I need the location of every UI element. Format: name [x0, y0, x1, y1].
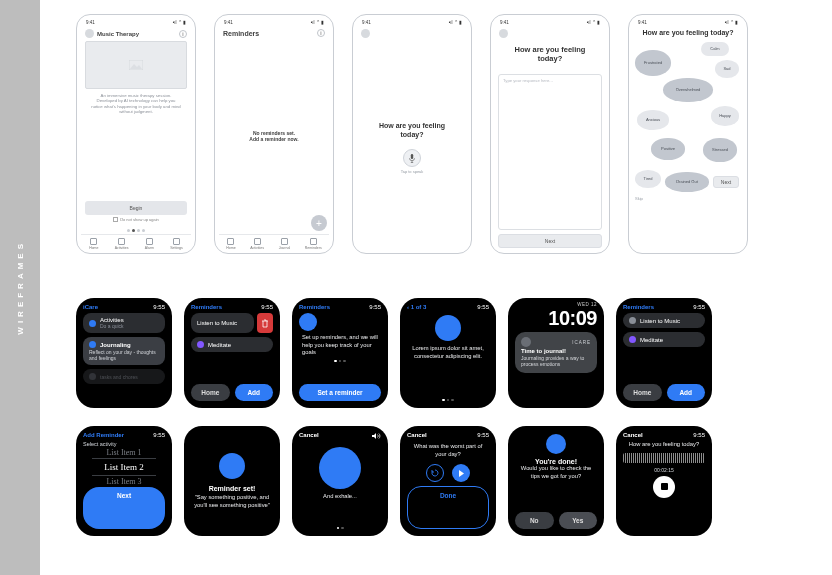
info-icon[interactable]: i — [179, 30, 187, 38]
timer-text: 00:02:15 — [623, 467, 705, 473]
mic-button[interactable] — [403, 149, 421, 167]
phone-row: 9:41•ıl ⌃ ▮ Music Therapy i An immersive… — [76, 14, 796, 254]
clock-time: 9:55 — [153, 304, 165, 310]
list-item-music[interactable]: Listen to Music — [191, 313, 254, 333]
back-icon[interactable] — [361, 29, 370, 38]
phone-reminders-empty: 9:41•ıl ⌃ ▮ Reminders i No reminders set… — [214, 14, 334, 254]
list-item-meditate[interactable]: Meditate — [191, 337, 273, 352]
status-bar: 9:41•ıl ⌃ ▮ — [495, 19, 605, 27]
tab-activities[interactable]: Activities — [250, 238, 264, 250]
status-bar: 9:41•ıl ⌃ ▮ — [81, 19, 191, 27]
mood-stressed[interactable]: Stressed — [703, 138, 737, 162]
notif-title: Time to journal! — [521, 348, 591, 354]
page-indicator — [299, 360, 381, 363]
activity-picker[interactable]: List Item 1 List Item 2 List Item 3 — [83, 447, 165, 487]
done-button[interactable]: Done — [407, 486, 489, 529]
screen-header: Music Therapy i — [81, 27, 191, 39]
sidebar-wireframes-label: WIREFRAMES — [0, 0, 40, 575]
dont-show-row[interactable]: Do not show up again — [85, 215, 187, 225]
tab-journal[interactable]: Journal — [279, 238, 290, 250]
success-dot-icon — [219, 453, 245, 479]
watch-row-2: Add Reminder9:55 Select activity List It… — [76, 426, 796, 536]
phone-feeling-text: 9:41•ıl ⌃ ▮ How are you feeling today? T… — [490, 14, 610, 254]
mood-positive[interactable]: Positive — [651, 138, 685, 160]
picker-item[interactable]: List Item 1 — [106, 447, 141, 458]
grid-icon — [254, 238, 261, 245]
picker-item-selected[interactable]: List Item 2 — [92, 458, 156, 476]
cancel-link[interactable]: Cancel — [299, 432, 319, 440]
picker-item[interactable]: List Item 3 — [106, 476, 141, 487]
notif-body: Journaling provides a way to process emo… — [521, 355, 591, 368]
list-item-music[interactable]: Listen to Music — [623, 313, 705, 328]
description-text: An immersive music therapy session. Deve… — [85, 89, 187, 118]
svg-rect-1 — [411, 154, 413, 159]
back-icon[interactable] — [85, 29, 94, 38]
page-indicator — [442, 399, 454, 402]
replay-button[interactable] — [426, 464, 444, 482]
list-item-meditate[interactable]: Meditate — [623, 332, 705, 347]
mood-tired[interactable]: Tired — [635, 170, 661, 188]
step-crumb[interactable]: ‹ 1 of 3 — [407, 304, 426, 310]
play-button[interactable] — [452, 464, 470, 482]
page-dots — [81, 227, 191, 234]
dot-icon — [197, 341, 204, 348]
tab-home[interactable]: Home — [226, 238, 235, 250]
no-button[interactable]: No — [515, 512, 554, 529]
clock-big: 10:09 — [515, 307, 597, 330]
watch-voice-record: Cancel9:55 How are you feeling today? 00… — [616, 426, 712, 536]
clock-time: 9:55 — [153, 432, 165, 438]
tab-home[interactable]: Home — [89, 238, 98, 250]
phone-music-therapy: 9:41•ıl ⌃ ▮ Music Therapy i An immersive… — [76, 14, 196, 254]
mood-drained[interactable]: Drained Out — [665, 172, 709, 192]
stop-icon — [661, 483, 668, 490]
tab-settings[interactable]: Settings — [170, 238, 183, 250]
skip-link[interactable]: Skip — [635, 196, 643, 201]
yes-button[interactable]: Yes — [559, 512, 598, 529]
screen-header: Reminders i — [219, 27, 329, 38]
mood-frustrated[interactable]: Frustrated — [635, 50, 671, 76]
mood-anxious[interactable]: Anxious — [637, 110, 669, 130]
cancel-link[interactable]: Cancel — [623, 432, 643, 438]
home-button[interactable]: Home — [623, 384, 662, 401]
watch-reminder-set: Reminder set! "Say something positive, a… — [184, 426, 280, 536]
mood-sad[interactable]: Sad — [715, 60, 739, 78]
stop-button[interactable] — [653, 476, 675, 498]
mood-overwhelmed[interactable]: Overwhelmed — [663, 78, 713, 102]
watch-done-confirm: You're done! Would you like to check the… — [508, 426, 604, 536]
clock-time: 9:55 — [477, 304, 489, 310]
tab-activities[interactable]: Activities — [115, 238, 129, 250]
app-title: Reminders — [191, 304, 222, 310]
begin-button[interactable]: Begin — [85, 201, 187, 215]
done-body: Would you like to check the tips we got … — [515, 465, 597, 480]
watch-add-reminder-picker: Add Reminder9:55 Select activity List It… — [76, 426, 172, 536]
list-item-activities[interactable]: ActivitiesDo a quick — [83, 313, 165, 333]
response-textarea[interactable]: Type your response here... — [498, 74, 602, 230]
add-button[interactable]: Add — [235, 384, 274, 401]
info-icon[interactable]: i — [317, 29, 325, 37]
tab-reminders[interactable]: Reminders — [305, 238, 322, 250]
set-reminder-button[interactable]: Set a reminder — [299, 384, 381, 401]
book-icon — [281, 238, 288, 245]
mood-happy[interactable]: Happy — [711, 106, 739, 126]
add-reminder-fab[interactable]: + — [311, 215, 327, 231]
home-button[interactable]: Home — [191, 384, 230, 401]
done-title: You're done! — [535, 458, 577, 465]
delete-button[interactable] — [257, 313, 273, 333]
notification-card[interactable]: ICARE Time to journal! Journaling provid… — [515, 332, 597, 373]
cancel-link[interactable]: Cancel — [407, 432, 427, 438]
checkbox-icon[interactable] — [113, 217, 118, 222]
tab-alarm[interactable]: Alarm — [145, 238, 154, 250]
add-button[interactable]: Add — [667, 384, 706, 401]
next-button[interactable]: Next — [498, 234, 602, 248]
list-item-journaling[interactable]: Journaling Reflect on your day - thought… — [83, 337, 165, 365]
next-button[interactable]: Next — [713, 176, 739, 188]
next-button[interactable]: Next — [83, 487, 165, 529]
gear-icon — [173, 238, 180, 245]
dot-icon — [89, 373, 96, 380]
phone-feeling-moods: 9:41•ıl ⌃ ▮ How are you feeling today? C… — [628, 14, 748, 254]
back-icon[interactable] — [499, 29, 508, 38]
app-name: ICARE — [572, 340, 591, 345]
phone-feeling-voice: 9:41•ıl ⌃ ▮ How are you feeling today? T… — [352, 14, 472, 254]
list-item-extra[interactable]: tasks and chores — [83, 369, 165, 384]
mood-calm[interactable]: Calm — [701, 42, 729, 56]
